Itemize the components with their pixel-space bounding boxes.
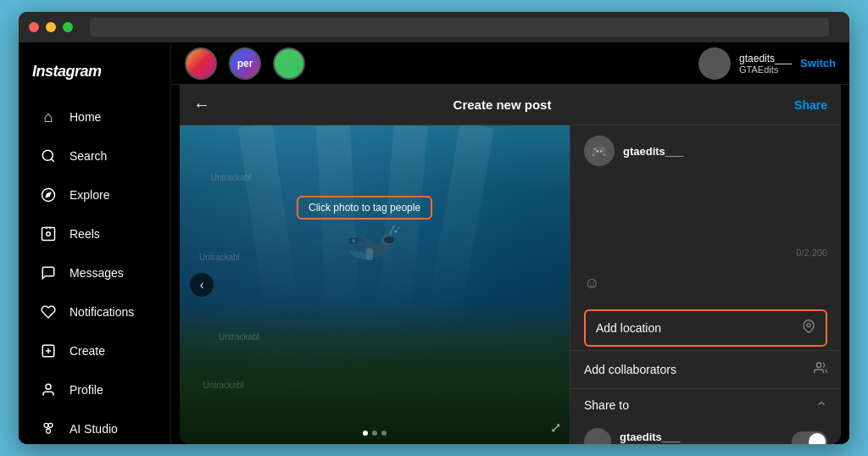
ai-studio-icon bbox=[39, 420, 58, 438]
svg-line-1 bbox=[51, 158, 53, 161]
photo-dots bbox=[363, 431, 387, 436]
sidebar: Instagram ⌂ Home Search Explore bbox=[19, 42, 171, 444]
sidebar-item-notifications[interactable]: Notifications bbox=[25, 294, 164, 330]
search-icon bbox=[39, 147, 58, 165]
right-panel: 🎮 gtaedits___ 0/2,200 ☺ bbox=[570, 125, 841, 444]
svg-point-13 bbox=[48, 423, 53, 427]
sidebar-item-create[interactable]: Create bbox=[25, 333, 164, 369]
story-avatar-3[interactable] bbox=[273, 47, 305, 80]
emoji-icon[interactable]: ☺ bbox=[584, 275, 599, 292]
traffic-light-red[interactable] bbox=[29, 22, 39, 32]
svg-point-32 bbox=[393, 225, 395, 227]
add-location-label: Add location bbox=[596, 321, 661, 335]
add-collaborators-label: Add collaborators bbox=[584, 363, 676, 376]
post-user-avatar: 🎮 bbox=[584, 136, 615, 166]
post-username: gtaedits___ bbox=[623, 145, 684, 158]
modal-header: ← Create new post Share bbox=[180, 85, 841, 125]
svg-line-16 bbox=[48, 427, 51, 429]
story-avatar-2[interactable]: per bbox=[229, 47, 261, 80]
dot-2 bbox=[372, 431, 377, 436]
sidebar-label-notifications: Notifications bbox=[70, 305, 134, 319]
add-location-row[interactable]: Add location bbox=[584, 309, 827, 347]
story-username: gtaedits___ bbox=[739, 53, 792, 64]
story-handle: GTAEdits bbox=[739, 64, 792, 75]
user-avatar-right bbox=[698, 47, 731, 80]
svg-point-14 bbox=[47, 429, 51, 433]
svg-point-28 bbox=[352, 239, 355, 242]
svg-point-33 bbox=[807, 324, 810, 327]
user-row: 🎮 gtaedits___ bbox=[570, 125, 841, 176]
story-user-info: gtaedits___ GTAEdits bbox=[739, 53, 792, 75]
instagram-logo: Instagram bbox=[19, 56, 170, 97]
share-to-header[interactable]: Share to bbox=[570, 389, 841, 421]
photo-area: Untrackabl Untrackabl Untrackabl Untrack… bbox=[180, 125, 570, 444]
browser-content: Instagram ⌂ Home Search Explore bbox=[19, 42, 849, 444]
modal-share-button[interactable]: Share bbox=[794, 98, 827, 112]
svg-line-15 bbox=[47, 427, 49, 429]
photo-nav-left[interactable]: ‹ bbox=[190, 273, 214, 297]
share-to-label: Share to bbox=[584, 398, 629, 412]
main-area: per gtaedits___ GTAEdits Switch bbox=[171, 42, 849, 444]
sidebar-label-ai-studio: AI Studio bbox=[70, 422, 118, 436]
reels-icon bbox=[39, 225, 58, 243]
share-toggle[interactable] bbox=[792, 431, 827, 444]
profile-icon bbox=[39, 381, 58, 399]
location-icon bbox=[802, 320, 815, 336]
svg-point-30 bbox=[395, 230, 398, 232]
char-count: 0/2,200 bbox=[570, 244, 841, 261]
svg-point-5 bbox=[47, 232, 51, 236]
add-collaborators-row[interactable]: Add collaborators bbox=[570, 350, 841, 388]
add-location-container: Add location bbox=[570, 306, 841, 350]
tag-tooltip[interactable]: Click photo to tag people bbox=[297, 196, 432, 220]
sidebar-label-profile: Profile bbox=[70, 383, 103, 397]
switch-button[interactable]: Switch bbox=[800, 57, 836, 70]
create-post-modal: ← Create new post Share bbox=[180, 85, 841, 444]
sidebar-item-search[interactable]: Search bbox=[25, 138, 164, 174]
home-icon: ⌂ bbox=[39, 108, 58, 126]
share-account-row: gtaedits___ Threads · Private bbox=[570, 421, 841, 444]
zoom-icon[interactable]: ⤢ bbox=[550, 420, 561, 436]
share-account-left: gtaedits___ Threads · Private bbox=[584, 428, 691, 444]
emoji-row: ☺ bbox=[570, 268, 841, 299]
share-to-chevron bbox=[815, 398, 827, 413]
dot-3 bbox=[381, 431, 387, 436]
story-bar-right: gtaedits___ GTAEdits Switch bbox=[698, 47, 836, 80]
sidebar-label-messages: Messages bbox=[70, 266, 124, 280]
sidebar-item-home[interactable]: ⌂ Home bbox=[25, 99, 164, 135]
svg-point-22 bbox=[384, 236, 394, 243]
browser-chrome bbox=[19, 12, 849, 42]
underwater-photo: Untrackabl Untrackabl Untrackabl Untrack… bbox=[180, 125, 570, 444]
svg-point-31 bbox=[398, 227, 399, 229]
svg-line-23 bbox=[390, 225, 394, 235]
svg-marker-3 bbox=[46, 192, 51, 197]
modal-back-button[interactable]: ← bbox=[193, 95, 210, 114]
traffic-light-yellow[interactable] bbox=[46, 22, 56, 32]
sidebar-item-reels[interactable]: Reels bbox=[25, 216, 164, 252]
caption-area[interactable] bbox=[570, 176, 841, 244]
story-avatar-1[interactable] bbox=[185, 47, 217, 80]
modal-area: ← Create new post Share bbox=[171, 85, 849, 444]
share-account-info: gtaedits___ Threads · Private bbox=[620, 431, 691, 445]
sidebar-item-profile[interactable]: Profile bbox=[25, 372, 164, 408]
share-account-avatar bbox=[584, 428, 611, 444]
share-account-name: gtaedits___ bbox=[620, 431, 691, 443]
create-icon bbox=[39, 342, 58, 360]
share-account-sub: Threads · Private bbox=[620, 443, 691, 445]
sidebar-label-explore: Explore bbox=[70, 188, 109, 202]
sidebar-item-explore[interactable]: Explore bbox=[25, 177, 164, 213]
collaborators-icon bbox=[814, 361, 827, 378]
snorkeler-figure bbox=[341, 221, 409, 272]
traffic-light-green[interactable] bbox=[63, 22, 73, 32]
sidebar-item-messages[interactable]: Messages bbox=[25, 255, 164, 291]
modal-body: Untrackabl Untrackabl Untrackabl Untrack… bbox=[180, 125, 841, 444]
svg-rect-4 bbox=[42, 228, 55, 241]
notifications-icon bbox=[39, 303, 58, 321]
sidebar-item-ai-studio[interactable]: AI Studio bbox=[25, 411, 164, 444]
messages-icon bbox=[39, 264, 58, 282]
modal-title: Create new post bbox=[453, 97, 552, 112]
svg-point-34 bbox=[816, 363, 821, 367]
url-bar[interactable] bbox=[90, 18, 829, 36]
share-to-section: Share to gtaedits___ bbox=[570, 388, 841, 444]
svg-point-11 bbox=[46, 384, 51, 389]
explore-icon bbox=[39, 186, 58, 204]
